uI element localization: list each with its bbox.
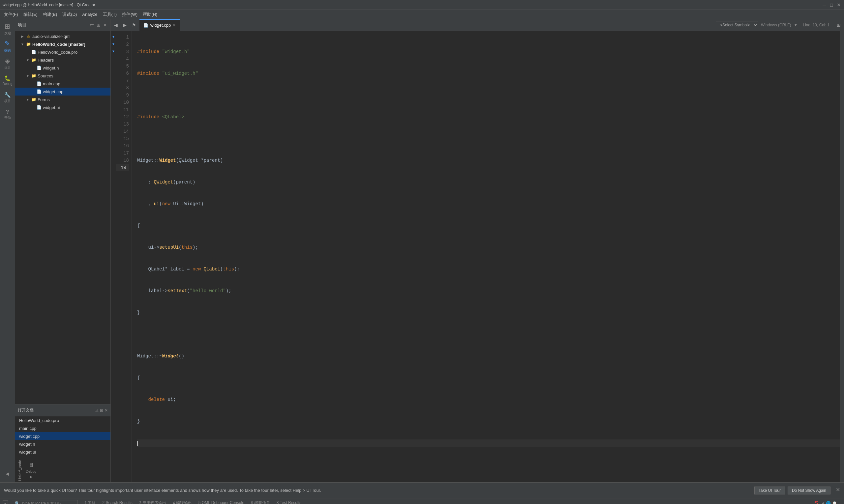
status-right: S 🖥 🌐 📋 ... [815, 500, 841, 504]
menu-tools[interactable]: 工具(T) [100, 11, 120, 18]
ln-7: 7 [116, 77, 129, 84]
encoding-dropdown-icon[interactable]: ▼ [794, 23, 797, 28]
editor-tab-widget-cpp[interactable]: 📄 widget.cpp ✕ [139, 19, 180, 31]
tree-split-button[interactable]: ⊞ [96, 22, 101, 28]
status-tab-app-output[interactable]: 3 应用程序输出 [137, 500, 169, 504]
sidebar-item-debug[interactable]: 🐛 Debug [0, 72, 15, 89]
search-box[interactable]: 🔍 [12, 500, 78, 504]
status-taskbar-icons: 🖥 🌐 📋 ... [821, 501, 841, 504]
open-doc-widget-ui[interactable]: widget.ui [15, 448, 110, 456]
help-icon: ? [6, 109, 9, 115]
tree-item-main-cpp[interactable]: ▶ 📄 main.cpp [15, 80, 110, 88]
status-tab-test[interactable]: 8 Test Results [274, 500, 304, 504]
line-info: Line: 19, Col: 1 [799, 23, 833, 28]
tree-label-helloworld: HelloWorld_code [master] [32, 42, 85, 47]
editor-area: ◀ ▶ ⚑ 📄 widget.cpp ✕ <Select Symbol> Win… [111, 19, 844, 482]
tree-item-widget-ui[interactable]: ▶ 📄 widget.ui [15, 104, 110, 111]
open-doc-main-cpp[interactable]: main.cpp [15, 424, 110, 432]
arrow-headers: ▼ [26, 58, 30, 62]
welcome-label: 欢迎 [4, 31, 11, 36]
status-tab-search[interactable]: 2 Search Results [100, 500, 135, 504]
sidebar-item-projects[interactable]: 🔧 项目 [0, 89, 15, 106]
status-tab-problems[interactable]: 1 问题 [82, 500, 98, 504]
sync-docs-button[interactable]: ⇄ [95, 408, 99, 413]
sidebar-item-help[interactable]: ? 帮助 [0, 106, 15, 123]
forward-button[interactable]: ▶ [121, 22, 128, 28]
editor-toolbar: ◀ ▶ ⚑ 📄 widget.cpp ✕ <Select Symbol> Win… [111, 19, 844, 31]
status-tab-qml[interactable]: 5 QML Debugger Console [196, 500, 247, 504]
tree-item-sources[interactable]: ▼ 📁 Sources [15, 72, 110, 80]
status-tabs: 1 问题 2 Search Results 3 应用程序输出 4 编译输出 5 … [82, 500, 304, 504]
ln-15: 15 [116, 135, 129, 142]
ln-16: 16 [116, 142, 129, 149]
code-line-6: Widget::Widget(QWidget *parent) [137, 157, 840, 164]
open-doc-widget-h[interactable]: widget.h [15, 440, 110, 448]
code-content[interactable]: #include "widget.h" #include "ui_widget.… [132, 31, 840, 482]
code-line-4: #include <QLabel> [137, 113, 840, 121]
tree-item-pro[interactable]: ▶ 📄 HelloWorld_code.pro [15, 48, 110, 56]
code-editor[interactable]: ▼ ▼ ▼ 1 2 3 4 5 [111, 31, 844, 482]
menu-help[interactable]: 帮助(H) [140, 11, 160, 18]
bottom-debug-arrow[interactable]: ▶ [30, 475, 32, 479]
tree-label-pro: HelloWorld_code.pro [38, 50, 77, 55]
menu-edit[interactable]: 编辑(E) [21, 11, 40, 18]
close-docs-button[interactable]: ✕ [104, 408, 108, 413]
search-input[interactable] [21, 501, 74, 504]
close-button[interactable]: ✕ [836, 2, 841, 7]
tab-close-button[interactable]: ✕ [173, 23, 176, 28]
file-pro-icon: 📄 [31, 49, 36, 55]
open-docs-title: 打开文档 [18, 408, 34, 413]
sidebar-item-design[interactable]: ◈ 设计 [0, 55, 15, 72]
statusbar-toggle-button[interactable]: ≡ [3, 500, 8, 504]
back-button[interactable]: ◀ [112, 22, 120, 28]
editor-scrollbar[interactable] [840, 31, 844, 482]
menu-controls[interactable]: 控件(W) [119, 11, 140, 18]
notification-close-button[interactable]: ✕ [836, 487, 840, 494]
menu-file[interactable]: 文件(F) [1, 11, 21, 18]
open-doc-widget-cpp[interactable]: widget.cpp [15, 432, 110, 440]
tab-bar: 📄 widget.cpp ✕ [139, 19, 714, 31]
menu-build[interactable]: 构建(B) [40, 11, 60, 18]
status-tab-compile[interactable]: 4 编译输出 [170, 500, 194, 504]
symbol-select[interactable]: <Select Symbol> [716, 21, 758, 29]
split-editor-button[interactable]: ⊞ [835, 22, 843, 28]
minimize-button[interactable]: ─ [822, 2, 827, 7]
folder-helloworld-icon: 📁 [26, 41, 31, 47]
arrow-forms: ▼ [26, 97, 30, 102]
take-tour-button[interactable]: Take UI Tour [754, 487, 785, 494]
menubar: 文件(F) 编辑(E) 构建(B) 调试(D) Analyze 工具(T) 控件… [0, 10, 844, 19]
code-line-12: label->setText("hello world"); [137, 287, 840, 294]
fold-8: ▼ [111, 41, 116, 48]
menu-debug[interactable]: 调试(D) [60, 11, 80, 18]
tree-item-helloworld[interactable]: ▼ 📁 HelloWorld_code [master] [15, 40, 110, 48]
split-docs-button[interactable]: ⊞ [100, 408, 103, 413]
status-tab-summary[interactable]: 6 概要信息 [248, 500, 273, 504]
design-icon: ◈ [5, 57, 10, 65]
open-doc-helloworld-pro[interactable]: HelloWorld_code.pro [15, 416, 110, 424]
tree-close-button[interactable]: ✕ [103, 22, 108, 28]
maximize-button[interactable]: □ [829, 2, 834, 7]
tree-item-widget-cpp[interactable]: ▶ 📄 widget.cpp [15, 88, 110, 95]
tree-item-forms[interactable]: ▼ 📁 Forms [15, 95, 110, 104]
ln-17: 17 [116, 149, 129, 157]
notification-text: Would you like to take a quick UI tour? … [4, 488, 754, 493]
projects-icon: 🔧 [4, 92, 11, 98]
sidebar-collapse-button[interactable]: ◀ [0, 465, 15, 482]
notification-message: Would you like to take a quick UI tour? … [4, 488, 321, 493]
do-not-show-button[interactable]: Do Not Show Again [788, 487, 830, 494]
fold-arrows: ▼ ▼ ▼ [111, 31, 116, 482]
bookmark-button[interactable]: ⚑ [130, 22, 138, 28]
tree-item-headers[interactable]: ▼ 📁 Headers [15, 56, 110, 64]
tree-item-widget-h[interactable]: ▶ 📄 widget.h [15, 64, 110, 72]
tree-item-audio[interactable]: ▶ ⚠ audio-visualizer-qml [15, 32, 110, 40]
debug-icon: 🐛 [4, 75, 11, 82]
file-tree-title: 项目 [18, 22, 27, 28]
debug-label: Debug [3, 82, 12, 86]
sync-button[interactable]: ⇄ [89, 22, 94, 28]
code-line-5 [137, 135, 840, 142]
sidebar-item-edit[interactable]: ✎ 编辑 [0, 38, 15, 55]
menu-analyze[interactable]: Analyze [80, 11, 100, 17]
open-docs-panel: 打开文档 ⇄ ⊞ ✕ HelloWorld_code.pro main.cpp … [15, 404, 110, 482]
sidebar-item-welcome[interactable]: ⊞ 欢迎 [0, 20, 15, 38]
file-tree-controls: ⇄ ⊞ ✕ [89, 22, 108, 28]
